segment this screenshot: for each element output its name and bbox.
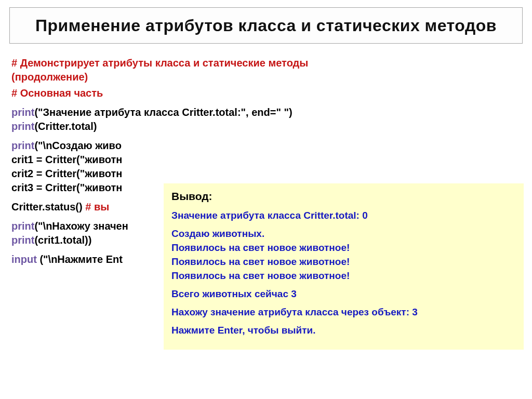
output-line-spawn-2: Появилось на свет новое животное! [171, 255, 516, 268]
output-line-create: Создаю животных. [171, 227, 516, 240]
comment-demo: # Демонстрирует атрибуты класса и статич… [11, 56, 521, 84]
comment-main: # Основная часть [11, 86, 521, 100]
output-line-count: Всего животных сейчас 3 [171, 287, 516, 300]
code-print-total-label: print("Значение атрибута класса Critter.… [11, 105, 521, 134]
output-box: Вывод: Значение атрибута класса Critter.… [164, 183, 524, 350]
output-line-spawn-3: Появилось на свет новое животное! [171, 269, 516, 282]
title-box: Применение атрибутов класса и статически… [9, 7, 523, 44]
slide: Применение атрибутов класса и статически… [0, 0, 532, 399]
output-line-enter: Нажмите Enter, чтобы выйти. [171, 324, 516, 337]
output-line-spawn-1: Появилось на свет новое животное! [171, 241, 516, 254]
output-header: Вывод: [171, 189, 516, 204]
output-line-find: Нахожу значение атрибута класса через об… [171, 305, 516, 318]
slide-title: Применение атрибутов класса и статически… [25, 15, 507, 36]
output-line-total: Значение атрибута класса Critter.total: … [171, 209, 516, 222]
